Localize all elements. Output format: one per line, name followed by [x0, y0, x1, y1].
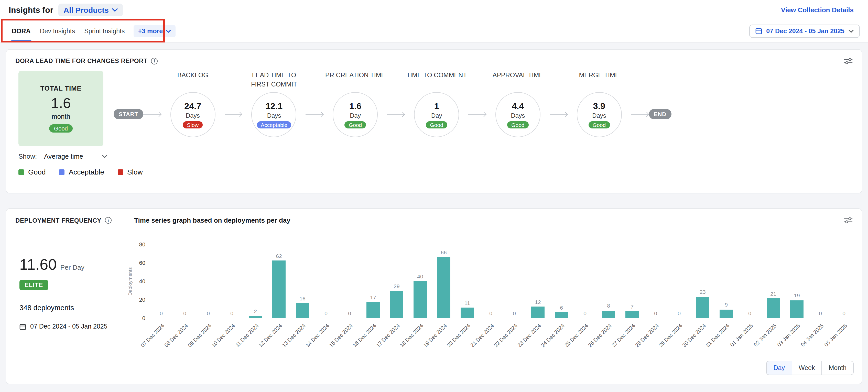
- page-title: Insights for: [9, 5, 53, 14]
- stage-unit: Days: [511, 112, 525, 119]
- bar[interactable]: [602, 310, 615, 318]
- bar[interactable]: [625, 311, 639, 318]
- stage-circle[interactable]: 1.6DayGood: [333, 92, 378, 137]
- stage-circle[interactable]: 4.4DaysGood: [495, 92, 540, 137]
- x-axis-label: 08 Dec 2024: [163, 323, 189, 348]
- tab-more[interactable]: +3 more: [133, 25, 176, 37]
- chevron-down-icon: [101, 155, 107, 158]
- bar-value-label: 0: [348, 310, 351, 316]
- stage-time-to-comment: TIME TO COMMENT1DayGood: [405, 71, 468, 137]
- stage-circle[interactable]: 1DayGood: [414, 92, 459, 137]
- x-axis-label: 07 Dec 2024: [140, 323, 165, 348]
- legend-label: Slow: [127, 168, 143, 176]
- x-axis-label: 30 Dec 2024: [681, 323, 707, 348]
- bar[interactable]: [272, 261, 286, 318]
- legend-color-chip: [59, 169, 65, 175]
- bar-value-label: 12: [535, 299, 541, 305]
- deployment-date-range: 07 Dec 2024 - 05 Jan 2025: [20, 323, 126, 330]
- bar-slot: 1223 Dec 2024: [526, 245, 550, 318]
- x-axis-label: 13 Dec 2024: [281, 323, 307, 348]
- bar-value-label: 2: [254, 309, 257, 314]
- stage-value: 1: [434, 101, 439, 111]
- bar[interactable]: [249, 316, 262, 318]
- show-metric-value: Average time: [44, 152, 83, 160]
- show-metric-select[interactable]: Average time: [44, 152, 107, 160]
- bar[interactable]: [696, 297, 709, 318]
- stage-circle[interactable]: 12.1DaysAcceptable: [252, 92, 297, 137]
- bar-slot: 1716 Dec 2024: [361, 245, 385, 318]
- stage-unit: Days: [592, 112, 606, 119]
- stage-name: LEAD TIME TO FIRST COMMIT: [242, 71, 306, 91]
- deployment-rate-unit: Per Day: [60, 264, 85, 271]
- bar-value-label: 0: [207, 310, 210, 316]
- bar[interactable]: [461, 307, 474, 318]
- stage-name: APPROVAL TIME: [493, 71, 543, 91]
- bar[interactable]: [367, 302, 380, 318]
- bar-slot: 624 Dec 2024: [550, 245, 573, 318]
- bar-slot: 826 Dec 2024: [597, 245, 620, 318]
- bar-value-label: 29: [394, 284, 399, 289]
- bar[interactable]: [413, 281, 427, 318]
- bar-slot: 029 Dec 2024: [668, 245, 691, 318]
- bar[interactable]: [720, 310, 733, 318]
- stage-circle[interactable]: 3.9DaysGood: [577, 92, 622, 137]
- bar-value-label: 66: [441, 249, 446, 255]
- bar[interactable]: [790, 300, 804, 318]
- bar-slot: 211 Dec 2024: [244, 245, 267, 318]
- legend-color-chip: [19, 169, 24, 175]
- bar[interactable]: [296, 303, 309, 318]
- stage-lead-time-to-first-commit: LEAD TIME TO FIRST COMMIT12.1DaysAccepta…: [242, 71, 306, 137]
- tab-dev-insights[interactable]: Dev Insights: [35, 20, 80, 42]
- total-time-value: 1.6: [51, 95, 71, 112]
- bar-value-label: 0: [230, 310, 234, 316]
- stage-value: 24.7: [184, 101, 201, 111]
- stage-name: PR CREATION TIME: [325, 71, 385, 91]
- bar-slot: 6619 Dec 2024: [432, 245, 456, 318]
- stage-unit: Day: [431, 112, 442, 119]
- bar-slot: 028 Dec 2024: [644, 245, 668, 318]
- bar-value-label: 0: [513, 310, 516, 316]
- product-selector-value: All Products: [63, 6, 109, 14]
- y-axis-title: Deployments: [126, 245, 134, 318]
- lead-time-legend: GoodAcceptableSlow: [6, 160, 862, 176]
- bar[interactable]: [437, 257, 451, 318]
- bar-slot: 008 Dec 2024: [173, 245, 196, 318]
- deployment-rate-value: 11.60: [20, 256, 57, 273]
- deployment-body: 11.60 Per Day ELITE 348 deployments 07 D…: [6, 224, 862, 330]
- x-axis-label: 19 Dec 2024: [422, 323, 448, 348]
- stage-name: TIME TO COMMENT: [406, 71, 467, 91]
- deployments-total: 348 deployments: [20, 303, 126, 312]
- chart-settings-button[interactable]: [844, 217, 852, 223]
- x-axis-label: 22 Dec 2024: [493, 323, 519, 348]
- info-icon[interactable]: i: [105, 217, 112, 223]
- tab-dora[interactable]: DORA: [7, 20, 35, 42]
- info-icon[interactable]: i: [151, 58, 158, 64]
- bar-value-label: 0: [842, 310, 845, 316]
- bar[interactable]: [767, 298, 780, 318]
- topbar: Insights for All Products View Collectio…: [0, 0, 868, 20]
- flow-arrow: [387, 114, 405, 115]
- granularity-month[interactable]: Month: [822, 361, 854, 374]
- chart-settings-button[interactable]: [844, 58, 852, 64]
- bar-slot: 007 Dec 2024: [150, 245, 173, 318]
- bar-value-label: 0: [160, 310, 163, 316]
- bar-value-label: 0: [183, 310, 186, 316]
- product-selector[interactable]: All Products: [58, 4, 123, 17]
- lead-time-body: TOTAL TIME 1.6 month Good STARTBACKLOG24…: [6, 64, 862, 146]
- tab-sprint-insights[interactable]: Sprint Insights: [80, 20, 129, 42]
- lead-time-card: DORA LEAD TIME FOR CHANGES REPORT i TOTA…: [6, 49, 862, 193]
- bar-value-label: 19: [794, 293, 800, 298]
- view-collection-details-link[interactable]: View Collection Details: [781, 6, 854, 14]
- total-time-unit: month: [52, 113, 70, 120]
- y-tick-label: 0: [142, 315, 145, 321]
- date-range-picker[interactable]: 07 Dec 2024 - 05 Jan 2025: [749, 24, 860, 38]
- bar-slot: 004 Jan 2025: [809, 245, 832, 318]
- bar-slot: 021 Dec 2024: [479, 245, 503, 318]
- stage-circle[interactable]: 24.7DaysSlow: [170, 92, 215, 137]
- bar[interactable]: [555, 312, 568, 318]
- stage-unit: Day: [350, 112, 361, 119]
- bar[interactable]: [531, 307, 545, 318]
- bar[interactable]: [390, 291, 403, 318]
- granularity-week[interactable]: Week: [792, 361, 822, 374]
- granularity-day[interactable]: Day: [767, 361, 792, 374]
